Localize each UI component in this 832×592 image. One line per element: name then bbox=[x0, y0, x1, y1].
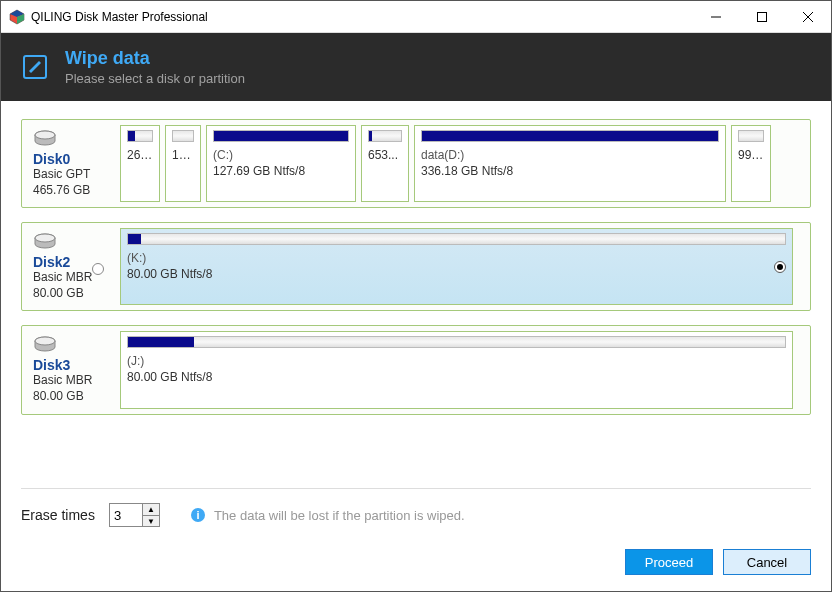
partition-cell[interactable]: 260... bbox=[120, 125, 160, 202]
erase-times-input[interactable] bbox=[110, 504, 142, 526]
disk-name: Disk0 bbox=[33, 151, 90, 167]
partition-label: (K:) bbox=[127, 251, 786, 267]
proceed-button[interactable]: Proceed bbox=[625, 549, 713, 575]
disk-row: Disk2 Basic MBR 80.00 GB (K:) 80.00 GB N… bbox=[21, 222, 811, 311]
partition-label: data(D:) bbox=[421, 148, 719, 164]
cancel-button[interactable]: Cancel bbox=[723, 549, 811, 575]
disk-list: Disk0 Basic GPT 465.76 GB 260... 16... (… bbox=[1, 101, 831, 501]
radio-empty-icon[interactable] bbox=[92, 263, 104, 275]
disk-icon bbox=[33, 232, 57, 252]
footer: Erase times ▲ ▼ i The data will be lost … bbox=[1, 488, 831, 591]
partition-usage-bar bbox=[127, 336, 786, 348]
disk-info[interactable]: Disk3 Basic MBR 80.00 GB bbox=[27, 331, 115, 408]
disk-size: 80.00 GB bbox=[33, 389, 92, 405]
info-text: The data will be lost if the partition i… bbox=[214, 508, 465, 523]
partition-usage-bar bbox=[127, 233, 786, 245]
page-title: Wipe data bbox=[65, 48, 245, 69]
partition-size: 260... bbox=[127, 148, 153, 164]
erase-times-spinner[interactable]: ▲ ▼ bbox=[109, 503, 160, 527]
disk-type: Basic MBR bbox=[33, 373, 92, 389]
disk-row: Disk0 Basic GPT 465.76 GB 260... 16... (… bbox=[21, 119, 811, 208]
app-logo-icon bbox=[9, 9, 25, 25]
partition-usage-bar bbox=[213, 130, 349, 142]
partition-size: 336.18 GB Ntfs/8 bbox=[421, 164, 719, 180]
partition-size: 16... bbox=[172, 148, 194, 164]
partition-cell[interactable]: 16... bbox=[165, 125, 201, 202]
svg-point-13 bbox=[35, 337, 55, 345]
disk-icon bbox=[33, 129, 57, 149]
disk-info[interactable]: Disk2 Basic MBR 80.00 GB bbox=[27, 228, 115, 305]
disk-info[interactable]: Disk0 Basic GPT 465.76 GB bbox=[27, 125, 115, 202]
partition-size: 995... bbox=[738, 148, 764, 164]
partition-cell[interactable]: (C:) 127.69 GB Ntfs/8 bbox=[206, 125, 356, 202]
partition-cell[interactable]: 653... bbox=[361, 125, 409, 202]
partition-size: 653... bbox=[368, 148, 402, 164]
partition-usage-bar bbox=[421, 130, 719, 142]
minimize-button[interactable] bbox=[693, 1, 739, 32]
disk-icon bbox=[33, 335, 57, 355]
titlebar: QILING Disk Master Professional bbox=[1, 1, 831, 33]
disk-row: Disk3 Basic MBR 80.00 GB (J:) 80.00 GB N… bbox=[21, 325, 811, 414]
partition-usage-bar bbox=[738, 130, 764, 142]
disk-type: Basic GPT bbox=[33, 167, 90, 183]
window-title: QILING Disk Master Professional bbox=[31, 10, 693, 24]
partition-usage-bar bbox=[172, 130, 194, 142]
page-header: Wipe data Please select a disk or partit… bbox=[1, 33, 831, 101]
radio-selected-icon bbox=[774, 261, 786, 273]
partition-size: 80.00 GB Ntfs/8 bbox=[127, 267, 786, 283]
partition-cell[interactable]: (J:) 80.00 GB Ntfs/8 bbox=[120, 331, 793, 408]
partition-cell[interactable]: (K:) 80.00 GB Ntfs/8 bbox=[120, 228, 793, 305]
close-button[interactable] bbox=[785, 1, 831, 32]
disk-type: Basic MBR bbox=[33, 270, 92, 286]
spinner-up-icon[interactable]: ▲ bbox=[143, 504, 159, 515]
partition-size: 80.00 GB Ntfs/8 bbox=[127, 370, 786, 386]
partition-usage-bar bbox=[127, 130, 153, 142]
partition-cell[interactable]: 995... bbox=[731, 125, 771, 202]
disk-size: 80.00 GB bbox=[33, 286, 92, 302]
disk-name: Disk2 bbox=[33, 254, 92, 270]
partition-usage-bar bbox=[368, 130, 402, 142]
wipe-icon bbox=[21, 53, 49, 81]
disk-size: 465.76 GB bbox=[33, 183, 90, 199]
erase-times-label: Erase times bbox=[21, 507, 95, 523]
partition-label: (J:) bbox=[127, 354, 786, 370]
disk-name: Disk3 bbox=[33, 357, 92, 373]
page-subtitle: Please select a disk or partition bbox=[65, 71, 245, 86]
info-icon: i bbox=[190, 507, 206, 523]
svg-point-9 bbox=[35, 131, 55, 139]
maximize-button[interactable] bbox=[739, 1, 785, 32]
partition-label: (C:) bbox=[213, 148, 349, 164]
svg-text:i: i bbox=[196, 509, 199, 521]
partition-size: 127.69 GB Ntfs/8 bbox=[213, 164, 349, 180]
spinner-down-icon[interactable]: ▼ bbox=[143, 515, 159, 526]
svg-point-11 bbox=[35, 234, 55, 242]
svg-rect-4 bbox=[758, 12, 767, 21]
partition-cell[interactable]: data(D:) 336.18 GB Ntfs/8 bbox=[414, 125, 726, 202]
